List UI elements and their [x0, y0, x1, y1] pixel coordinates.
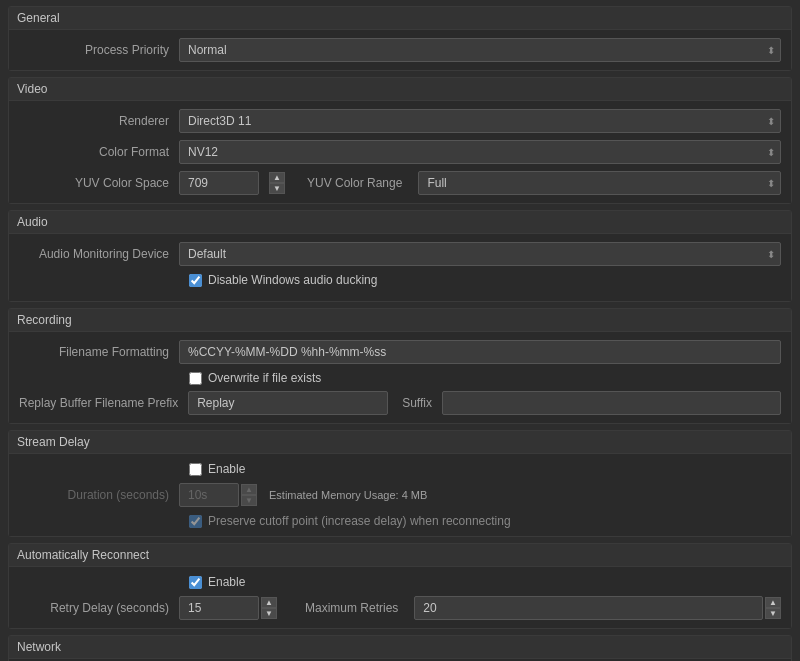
general-section: General Process Priority Normal Above No…: [8, 6, 792, 71]
duration-input[interactable]: [179, 483, 239, 507]
auto-reconnect-body: Enable Retry Delay (seconds) ▲ ▼ Maximum…: [9, 567, 791, 628]
filename-formatting-label: Filename Formatting: [19, 345, 179, 359]
color-format-row: Color Format NV12 I420 I444 RGB ⬍: [19, 140, 781, 164]
duration-spinner: ▲ ▼: [241, 484, 257, 506]
max-retries-label: Maximum Retries: [285, 601, 406, 615]
stream-delay-enable-row: Enable: [19, 462, 781, 476]
stream-delay-body: Enable Duration (seconds) ▲ ▼ Estimated …: [9, 454, 791, 536]
replay-buffer-label: Replay Buffer Filename Prefix: [19, 396, 188, 410]
suffix-label: Suffix: [388, 396, 442, 410]
audio-title: Audio: [9, 211, 791, 234]
filename-formatting-input[interactable]: [179, 340, 781, 364]
yuv-row: YUV Color Space ▲ ▼ YUV Color Range Full…: [19, 171, 781, 195]
retry-input-wrap: ▲ ▼: [179, 596, 277, 620]
replay-buffer-row: Replay Buffer Filename Prefix Suffix: [19, 391, 781, 415]
disable-ducking-label: Disable Windows audio ducking: [208, 273, 377, 287]
retry-row: Retry Delay (seconds) ▲ ▼ Maximum Retrie…: [19, 596, 781, 620]
reconnect-enable-checkbox[interactable]: [189, 576, 202, 589]
video-section: Video Renderer Direct3D 11 OpenGL ⬍ Colo…: [8, 77, 792, 204]
retry-delay-up-btn[interactable]: ▲: [261, 597, 277, 608]
video-title: Video: [9, 78, 791, 101]
monitoring-device-row: Audio Monitoring Device Default ⬍: [19, 242, 781, 266]
monitoring-device-select[interactable]: Default: [179, 242, 781, 266]
preserve-checkbox[interactable]: [189, 515, 202, 528]
network-title: Network: [9, 636, 791, 659]
preserve-row: Preserve cutoff point (increase delay) w…: [19, 514, 781, 528]
yuv-controls: ▲ ▼ YUV Color Range Full Partial ⬍: [179, 171, 781, 195]
yuv-space-down-btn[interactable]: ▼: [269, 183, 285, 194]
yuv-space-input[interactable]: [179, 171, 259, 195]
general-body: Process Priority Normal Above Normal Hig…: [9, 30, 791, 70]
filename-formatting-row: Filename Formatting: [19, 340, 781, 364]
general-title: General: [9, 7, 791, 30]
overwrite-label: Overwrite if file exists: [208, 371, 321, 385]
process-priority-label: Process Priority: [19, 43, 179, 57]
max-retries-wrap: ▲ ▼: [414, 596, 781, 620]
overwrite-row: Overwrite if file exists: [19, 371, 781, 385]
recording-section: Recording Filename Formatting Overwrite …: [8, 308, 792, 424]
recording-title: Recording: [9, 309, 791, 332]
replay-suffix-input[interactable]: [442, 391, 781, 415]
recording-body: Filename Formatting Overwrite if file ex…: [9, 332, 791, 423]
disable-ducking-checkbox[interactable]: [189, 274, 202, 287]
preserve-label: Preserve cutoff point (increase delay) w…: [208, 514, 511, 528]
yuv-space-label: YUV Color Space: [19, 176, 179, 190]
process-priority-row: Process Priority Normal Above Normal Hig…: [19, 38, 781, 62]
network-section: Network Bind to IP Default ⬍ Enable new …: [8, 635, 792, 661]
duration-input-wrap: ▲ ▼ Estimated Memory Usage: 4 MB: [179, 483, 427, 507]
max-retries-up-btn[interactable]: ▲: [765, 597, 781, 608]
disable-ducking-row: Disable Windows audio ducking: [19, 273, 781, 287]
duration-row: Duration (seconds) ▲ ▼ Estimated Memory …: [19, 483, 781, 507]
duration-down-btn[interactable]: ▼: [241, 495, 257, 506]
monitoring-device-label: Audio Monitoring Device: [19, 247, 179, 261]
max-retries-down-btn[interactable]: ▼: [765, 608, 781, 619]
renderer-select[interactable]: Direct3D 11 OpenGL: [179, 109, 781, 133]
color-format-label: Color Format: [19, 145, 179, 159]
stream-delay-section: Stream Delay Enable Duration (seconds) ▲…: [8, 430, 792, 537]
retry-controls: ▲ ▼ Maximum Retries ▲ ▼: [179, 596, 781, 620]
renderer-label: Renderer: [19, 114, 179, 128]
max-retries-spinner: ▲ ▼: [765, 597, 781, 619]
renderer-select-wrap: Direct3D 11 OpenGL ⬍: [179, 109, 781, 133]
audio-section: Audio Audio Monitoring Device Default ⬍ …: [8, 210, 792, 302]
color-format-select[interactable]: NV12 I420 I444 RGB: [179, 140, 781, 164]
prefix-suffix-group: Suffix: [188, 391, 781, 415]
duration-up-btn[interactable]: ▲: [241, 484, 257, 495]
color-format-select-wrap: NV12 I420 I444 RGB ⬍: [179, 140, 781, 164]
yuv-range-label: YUV Color Range: [307, 176, 410, 190]
overwrite-checkbox[interactable]: [189, 372, 202, 385]
reconnect-enable-row: Enable: [19, 575, 781, 589]
memory-label: Estimated Memory Usage: 4 MB: [269, 489, 427, 501]
stream-delay-enable-label: Enable: [208, 462, 245, 476]
max-retries-input[interactable]: [414, 596, 763, 620]
video-body: Renderer Direct3D 11 OpenGL ⬍ Color Form…: [9, 101, 791, 203]
replay-prefix-input[interactable]: [188, 391, 388, 415]
duration-label: Duration (seconds): [19, 488, 179, 502]
monitoring-device-select-wrap: Default ⬍: [179, 242, 781, 266]
audio-body: Audio Monitoring Device Default ⬍ Disabl…: [9, 234, 791, 301]
yuv-range-select[interactable]: Full Partial: [418, 171, 781, 195]
auto-reconnect-title: Automatically Reconnect: [9, 544, 791, 567]
process-priority-select[interactable]: Normal Above Normal High Below Normal Lo…: [179, 38, 781, 62]
yuv-space-spinner: ▲ ▼: [269, 172, 285, 194]
yuv-space-up-btn[interactable]: ▲: [269, 172, 285, 183]
yuv-range-select-wrap: Full Partial ⬍: [418, 171, 781, 195]
auto-reconnect-section: Automatically Reconnect Enable Retry Del…: [8, 543, 792, 629]
retry-delay-label: Retry Delay (seconds): [19, 601, 179, 615]
retry-delay-down-btn[interactable]: ▼: [261, 608, 277, 619]
renderer-row: Renderer Direct3D 11 OpenGL ⬍: [19, 109, 781, 133]
process-priority-select-wrap: Normal Above Normal High Below Normal Lo…: [179, 38, 781, 62]
reconnect-enable-label: Enable: [208, 575, 245, 589]
stream-delay-enable-checkbox[interactable]: [189, 463, 202, 476]
stream-delay-title: Stream Delay: [9, 431, 791, 454]
retry-delay-input[interactable]: [179, 596, 259, 620]
retry-delay-spinner: ▲ ▼: [261, 597, 277, 619]
